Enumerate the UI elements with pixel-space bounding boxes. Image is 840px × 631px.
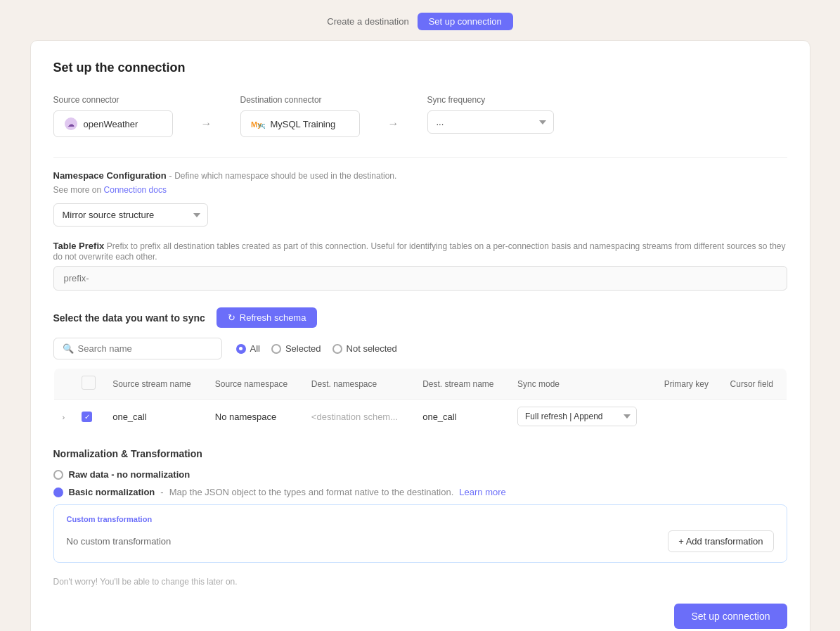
filter-options: All Selected Not selected <box>236 343 397 354</box>
custom-transform-row: No custom transformation + Add transform… <box>67 530 774 552</box>
source-connector-group: Source connector ☁ openWeather <box>53 95 173 137</box>
setup-connection-button[interactable]: Set up connection <box>674 604 787 629</box>
mysql-icon: MySQL <box>251 117 265 131</box>
refresh-icon: ↻ <box>228 312 235 323</box>
refresh-schema-button[interactable]: ↻ Refresh schema <box>217 307 318 328</box>
row-checkbox[interactable] <box>82 412 92 422</box>
row-primary-key <box>656 400 722 434</box>
table-prefix-title: Table Prefix <box>53 241 105 251</box>
table-prefix-section: Table Prefix Prefix to prefix all destin… <box>53 241 787 291</box>
row-expand-cell[interactable]: › <box>53 400 73 434</box>
th-checkbox <box>73 369 104 400</box>
row-cursor-field <box>722 400 787 434</box>
normalization-section: Normalization & Transformation Raw data … <box>53 448 787 563</box>
custom-transform-label: Custom transformation <box>67 515 774 523</box>
nav-step-1[interactable]: Create a destination <box>327 16 408 27</box>
dest-connector-box: MySQL MySQL Training <box>240 110 360 137</box>
sync-data-title: Select the data you want to sync <box>53 312 205 324</box>
page-title: Set up the connection <box>53 60 787 75</box>
table-prefix-title-row: Table Prefix Prefix to prefix all destin… <box>53 241 787 262</box>
expand-arrow-icon[interactable]: › <box>63 413 65 421</box>
namespace-dash: - <box>169 170 174 181</box>
nav-step-2[interactable]: Set up connection <box>418 13 513 30</box>
norm-raw-option[interactable]: Raw data - no normalization <box>53 469 787 480</box>
norm-basic-option[interactable]: Basic normalization - Map the JSON objec… <box>53 487 787 497</box>
sync-data-section: Select the data you want to sync ↻ Refre… <box>53 307 787 434</box>
svg-text:☁: ☁ <box>67 120 75 128</box>
table-header-row: Source stream name Source namespace Dest… <box>53 369 787 400</box>
dest-connector-name: MySQL Training <box>271 119 336 129</box>
table-row: › one_call No namespace <destination sc <box>53 400 787 434</box>
openweather-icon: ☁ <box>64 117 78 131</box>
dest-connector-label: Destination connector <box>240 95 360 105</box>
row-checkbox-cell[interactable] <box>73 400 104 434</box>
row-source-namespace: No namespace <box>207 400 303 434</box>
source-arrow-icon: → <box>201 117 212 137</box>
connection-docs-link[interactable]: Connection docs <box>104 185 167 195</box>
row-sync-mode[interactable]: Full refresh | Append <box>509 400 656 434</box>
sync-freq-select[interactable]: ... <box>427 110 554 134</box>
row-source-name: one_call <box>104 400 207 434</box>
th-source-namespace: Source namespace <box>207 369 303 400</box>
top-nav: Create a destination Set up connection <box>0 0 840 40</box>
namespace-select[interactable]: Mirror source structure <box>53 203 208 227</box>
filter-selected-radio <box>271 344 281 354</box>
search-box: 🔍 <box>53 338 222 359</box>
learn-more-link[interactable]: Learn more <box>459 487 505 497</box>
dest-connector-group: Destination connector MySQL MySQL Traini… <box>240 95 360 137</box>
sync-freq-group: Sync frequency ... <box>427 95 554 134</box>
norm-basic-label: Basic normalization <box>69 487 155 497</box>
row-dest-stream-name: one_call <box>414 400 509 434</box>
divider-1 <box>53 157 787 158</box>
row-dest-namespace: <destination schem... <box>303 400 414 434</box>
namespace-section: Namespace Configuration - Define which n… <box>53 170 787 227</box>
search-icon: 🔍 <box>63 343 74 354</box>
filter-all[interactable]: All <box>236 343 260 354</box>
norm-basic-radio[interactable] <box>53 487 63 497</box>
filter-selected[interactable]: Selected <box>271 343 321 354</box>
footer-note: Don't worry! You'll be able to change th… <box>53 577 787 587</box>
namespace-see-more: See more on Connection docs <box>53 184 787 196</box>
norm-basic-desc: Map the JSON object to the types and for… <box>169 487 454 497</box>
svg-text:SQL: SQL <box>258 122 265 129</box>
namespace-short-desc: Define which namespace should be used in… <box>174 171 396 181</box>
table-prefix-desc: Prefix to prefix all destination tables … <box>53 241 786 262</box>
filter-not-selected-radio <box>332 344 342 354</box>
normalization-title: Normalization & Transformation <box>53 448 787 459</box>
th-dest-namespace: Dest. namespace <box>303 369 414 400</box>
search-input[interactable] <box>78 343 213 354</box>
norm-basic-dash: - <box>160 487 163 497</box>
add-transformation-button[interactable]: + Add transformation <box>668 530 773 552</box>
setup-btn-row: Set up connection <box>53 604 787 629</box>
th-cursor-field: Cursor field <box>722 369 787 400</box>
sync-mode-select[interactable]: Full refresh | Append <box>517 407 637 426</box>
connectors-row: Source connector ☁ openWeather → Destina… <box>53 95 787 137</box>
filter-not-selected[interactable]: Not selected <box>332 343 397 354</box>
source-connector-box: ☁ openWeather <box>53 110 173 137</box>
streams-table: Source stream name Source namespace Dest… <box>53 368 787 434</box>
th-source-name: Source stream name <box>104 369 207 400</box>
norm-raw-radio[interactable] <box>53 470 63 480</box>
filter-bar: 🔍 All Selected Not selected <box>53 338 787 359</box>
table-prefix-input[interactable] <box>53 266 787 291</box>
source-connector-name: openWeather <box>84 119 138 129</box>
th-expand <box>53 369 73 400</box>
th-dest-stream-name: Dest. stream name <box>414 369 509 400</box>
header-checkbox[interactable] <box>82 376 96 390</box>
main-container: Set up the connection Source connector ☁… <box>30 40 810 631</box>
filter-all-radio <box>236 344 246 354</box>
source-connector-label: Source connector <box>53 95 173 105</box>
th-sync-mode: Sync mode <box>509 369 656 400</box>
dest-arrow-icon: → <box>388 117 399 137</box>
th-primary-key: Primary key <box>656 369 722 400</box>
no-transform-text: No custom transformation <box>67 536 172 547</box>
sync-data-header: Select the data you want to sync ↻ Refre… <box>53 307 787 328</box>
custom-transform-box: Custom transformation No custom transfor… <box>53 504 787 563</box>
norm-raw-label: Raw data - no normalization <box>69 469 190 480</box>
namespace-title: Namespace Configuration - Define which n… <box>53 170 787 181</box>
sync-freq-label: Sync frequency <box>427 95 554 105</box>
